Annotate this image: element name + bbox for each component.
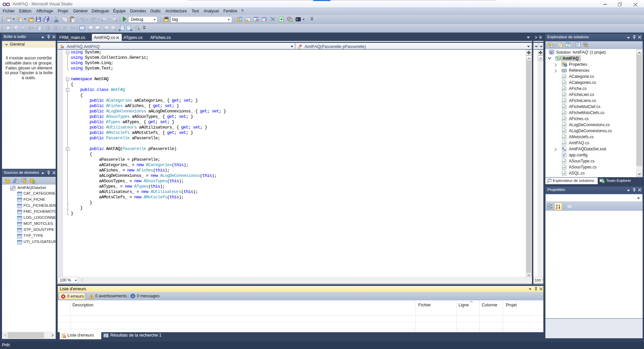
svg-text:C#: C# [557, 57, 561, 60]
svg-text:A: A [29, 26, 32, 31]
svg-text:Z: Z [556, 206, 557, 209]
